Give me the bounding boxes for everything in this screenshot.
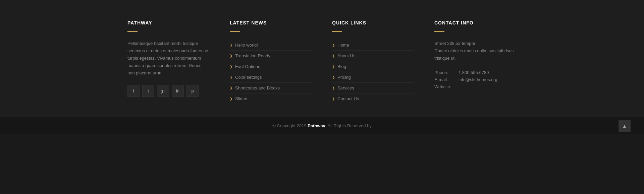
chevron-icon: ❯ — [332, 54, 335, 58]
footer-col-quicklinks: QUICK LINKS ❯ Home ❯ About Us ❯ Blog ❯ P… — [332, 20, 414, 104]
email-label: E-mail: — [434, 77, 454, 82]
footer-bottom: © Copyright 2019 Pathway. All Rights Res… — [0, 117, 644, 134]
col1-description: Pellentesque habitant morbi tristique se… — [127, 40, 210, 77]
news-link-4-text: Color settings — [235, 75, 262, 80]
contact-address: Street 238,52 tempor Donec ultricies mat… — [434, 40, 517, 62]
address-line1: Street 238,52 tempor — [434, 41, 475, 46]
copyright-text: © Copyright 2019 Pathway. All Rights Res… — [272, 123, 372, 128]
chevron-icon: ❯ — [230, 54, 232, 58]
quick-link-blog-text: Blog — [337, 64, 346, 69]
social-icons-group: f t g+ in p — [127, 85, 210, 97]
col1-title: PATHWAY — [127, 20, 210, 25]
chevron-icon: ❯ — [230, 75, 232, 79]
phone-label: Phone: — [434, 70, 454, 75]
chevron-icon: ❯ — [332, 43, 335, 47]
website-label: Website: — [434, 84, 454, 89]
quick-link-pricing-text: Pricing — [337, 75, 351, 80]
googleplus-icon[interactable]: g+ — [157, 85, 169, 97]
email-value: info@sktthemes.org — [459, 77, 497, 82]
news-link-5-text: Shortcodes and Blocks — [235, 85, 280, 90]
copyright-prefix: © Copyright 2019 — [272, 123, 308, 128]
quick-link-home[interactable]: ❯ Home — [332, 40, 414, 51]
col3-title: QUICK LINKS — [332, 20, 414, 25]
address-line2: Donec ultricies mattis nulla, suscipit r… — [434, 48, 514, 61]
news-link-1-text: Hello world! — [235, 43, 258, 48]
news-link-5[interactable]: ❯ Shortcodes and Blocks — [230, 83, 312, 93]
quick-link-home-text: Home — [337, 43, 349, 48]
contact-email-row: E-mail: info@sktthemes.org — [434, 77, 517, 82]
col4-title: CONTACT INFO — [434, 20, 517, 25]
footer-col-news: LATEST NEWS ❯ Hello world! ❯ Translation… — [230, 20, 312, 104]
chevron-icon: ❯ — [230, 86, 232, 90]
col4-divider — [434, 31, 444, 32]
news-link-3-text: Font Options — [235, 64, 260, 69]
rights-text: . All Rights Reserved by — [325, 123, 372, 128]
news-link-2[interactable]: ❯ Translation Ready — [230, 51, 312, 61]
col3-divider — [332, 31, 342, 32]
chevron-icon: ❯ — [230, 65, 232, 68]
contact-phone-row: Phone: 1.800.555.6789 — [434, 70, 517, 75]
scroll-to-top-button[interactable]: ▲ — [619, 120, 631, 132]
footer-col-about: PATHWAY Pellentesque habitant morbi tris… — [127, 20, 210, 104]
news-link-2-text: Translation Ready — [235, 53, 270, 58]
pinterest-icon[interactable]: p — [186, 85, 199, 97]
phone-value: 1.800.555.6789 — [459, 70, 489, 75]
col1-divider — [127, 31, 138, 32]
brand-name: Pathway — [308, 123, 325, 128]
quick-link-pricing[interactable]: ❯ Pricing — [332, 72, 414, 83]
news-link-4[interactable]: ❯ Color settings — [230, 72, 312, 83]
footer-main: PATHWAY Pellentesque habitant morbi tris… — [0, 0, 644, 117]
chevron-icon: ❯ — [332, 65, 335, 68]
col2-title: LATEST NEWS — [230, 20, 312, 25]
chevron-icon: ❯ — [332, 97, 335, 101]
contact-website-row: Website: — [434, 84, 517, 89]
facebook-icon[interactable]: f — [127, 85, 140, 97]
quick-link-services[interactable]: ❯ Services — [332, 83, 414, 93]
news-link-1[interactable]: ❯ Hello world! — [230, 40, 312, 51]
quick-link-about-text: About Us — [337, 53, 355, 58]
quick-link-contact-text: Contact Us — [337, 96, 359, 101]
chevron-icon: ❯ — [230, 97, 232, 101]
quick-link-contact[interactable]: ❯ Contact Us — [332, 93, 414, 104]
news-link-3[interactable]: ❯ Font Options — [230, 61, 312, 72]
footer-col-contact: CONTACT INFO Street 238,52 tempor Donec … — [434, 20, 517, 104]
chevron-icon: ❯ — [332, 75, 335, 79]
quick-link-services-text: Services — [337, 85, 354, 90]
news-link-6-text: Sliders — [235, 96, 249, 101]
col2-divider — [230, 31, 240, 32]
chevron-icon: ❯ — [230, 43, 232, 47]
quick-link-blog[interactable]: ❯ Blog — [332, 61, 414, 72]
linkedin-icon[interactable]: in — [172, 85, 184, 97]
twitter-icon[interactable]: t — [142, 85, 154, 97]
chevron-icon: ❯ — [332, 86, 335, 90]
footer-container: PATHWAY Pellentesque habitant morbi tris… — [121, 20, 523, 104]
quick-link-about[interactable]: ❯ About Us — [332, 51, 414, 61]
news-link-6[interactable]: ❯ Sliders — [230, 93, 312, 104]
